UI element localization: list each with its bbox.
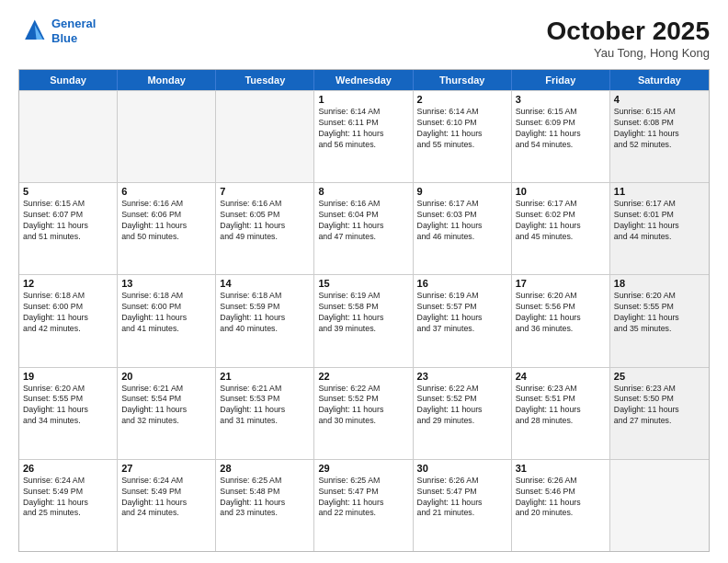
- header: General Blue October 2025 Yau Tong, Hong…: [18, 17, 710, 60]
- svg-marker-0: [25, 20, 44, 40]
- calendar-cell: 8Sunrise: 6:16 AM Sunset: 6:04 PM Daylig…: [314, 183, 413, 274]
- calendar-cell: 14Sunrise: 6:18 AM Sunset: 5:59 PM Dayli…: [216, 275, 314, 366]
- cell-text: Sunrise: 6:21 AM Sunset: 5:54 PM Dayligh…: [121, 384, 211, 428]
- cell-text: Sunrise: 6:20 AM Sunset: 5:56 PM Dayligh…: [516, 291, 606, 335]
- calendar-cell: 21Sunrise: 6:21 AM Sunset: 5:53 PM Dayli…: [216, 368, 314, 459]
- calendar-cell: 9Sunrise: 6:17 AM Sunset: 6:03 PM Daylig…: [414, 183, 512, 274]
- day-number: 30: [417, 463, 507, 474]
- calendar-cell: 13Sunrise: 6:18 AM Sunset: 6:00 PM Dayli…: [118, 275, 216, 366]
- day-number: 2: [417, 94, 507, 105]
- calendar-row: 26Sunrise: 6:24 AM Sunset: 5:49 PM Dayli…: [19, 459, 709, 551]
- calendar-cell: 16Sunrise: 6:19 AM Sunset: 5:57 PM Dayli…: [414, 275, 512, 366]
- calendar-cell: 25Sunrise: 6:23 AM Sunset: 5:50 PM Dayli…: [610, 368, 709, 459]
- day-number: 23: [417, 371, 507, 382]
- calendar-cell: [610, 460, 709, 551]
- location: Yau Tong, Hong Kong: [547, 46, 710, 60]
- logo-icon: [18, 17, 48, 46]
- day-number: 18: [614, 278, 705, 289]
- cell-text: Sunrise: 6:17 AM Sunset: 6:01 PM Dayligh…: [614, 199, 705, 243]
- calendar-cell: 22Sunrise: 6:22 AM Sunset: 5:52 PM Dayli…: [314, 368, 413, 459]
- day-number: 17: [516, 278, 606, 289]
- day-number: 31: [516, 463, 606, 474]
- calendar-cell: 10Sunrise: 6:17 AM Sunset: 6:02 PM Dayli…: [512, 183, 610, 274]
- calendar-cell: 12Sunrise: 6:18 AM Sunset: 6:00 PM Dayli…: [19, 275, 118, 366]
- cell-text: Sunrise: 6:14 AM Sunset: 6:11 PM Dayligh…: [318, 107, 408, 151]
- day-number: 29: [318, 463, 408, 474]
- weekday-header: Saturday: [610, 70, 709, 90]
- calendar-cell: 31Sunrise: 6:26 AM Sunset: 5:46 PM Dayli…: [512, 460, 610, 551]
- cell-text: Sunrise: 6:25 AM Sunset: 5:48 PM Dayligh…: [220, 476, 310, 520]
- calendar-cell: [19, 91, 118, 182]
- calendar-row: 1Sunrise: 6:14 AM Sunset: 6:11 PM Daylig…: [19, 90, 709, 182]
- calendar-cell: 20Sunrise: 6:21 AM Sunset: 5:54 PM Dayli…: [118, 368, 216, 459]
- calendar-cell: [118, 91, 216, 182]
- day-number: 22: [318, 371, 408, 382]
- logo-text: General Blue: [51, 17, 96, 45]
- cell-text: Sunrise: 6:18 AM Sunset: 6:00 PM Dayligh…: [121, 291, 211, 335]
- weekday-header: Sunday: [19, 70, 118, 90]
- calendar-cell: 6Sunrise: 6:16 AM Sunset: 6:06 PM Daylig…: [118, 183, 216, 274]
- cell-text: Sunrise: 6:26 AM Sunset: 5:47 PM Dayligh…: [417, 476, 507, 520]
- calendar-body: 1Sunrise: 6:14 AM Sunset: 6:11 PM Daylig…: [19, 90, 709, 551]
- cell-text: Sunrise: 6:26 AM Sunset: 5:46 PM Dayligh…: [516, 476, 606, 520]
- cell-text: Sunrise: 6:21 AM Sunset: 5:53 PM Dayligh…: [220, 384, 310, 428]
- cell-text: Sunrise: 6:18 AM Sunset: 6:00 PM Dayligh…: [23, 291, 113, 335]
- day-number: 16: [417, 278, 507, 289]
- cell-text: Sunrise: 6:22 AM Sunset: 5:52 PM Dayligh…: [318, 384, 408, 428]
- day-number: 28: [220, 463, 310, 474]
- calendar-row: 12Sunrise: 6:18 AM Sunset: 6:00 PM Dayli…: [19, 274, 709, 366]
- cell-text: Sunrise: 6:23 AM Sunset: 5:51 PM Dayligh…: [516, 384, 606, 428]
- calendar-cell: 7Sunrise: 6:16 AM Sunset: 6:05 PM Daylig…: [216, 183, 314, 274]
- cell-text: Sunrise: 6:14 AM Sunset: 6:10 PM Dayligh…: [417, 107, 507, 151]
- day-number: 1: [318, 94, 408, 105]
- calendar-cell: 23Sunrise: 6:22 AM Sunset: 5:52 PM Dayli…: [414, 368, 512, 459]
- calendar-cell: [216, 91, 314, 182]
- cell-text: Sunrise: 6:18 AM Sunset: 5:59 PM Dayligh…: [220, 291, 310, 335]
- day-number: 14: [220, 278, 310, 289]
- day-number: 25: [614, 371, 705, 382]
- cell-text: Sunrise: 6:24 AM Sunset: 5:49 PM Dayligh…: [121, 476, 211, 520]
- calendar-row: 5Sunrise: 6:15 AM Sunset: 6:07 PM Daylig…: [19, 182, 709, 274]
- day-number: 11: [614, 186, 705, 197]
- day-number: 27: [121, 463, 211, 474]
- cell-text: Sunrise: 6:15 AM Sunset: 6:07 PM Dayligh…: [23, 199, 113, 243]
- cell-text: Sunrise: 6:15 AM Sunset: 6:09 PM Dayligh…: [516, 107, 606, 151]
- weekday-header: Monday: [118, 70, 216, 90]
- day-number: 24: [516, 371, 606, 382]
- cell-text: Sunrise: 6:20 AM Sunset: 5:55 PM Dayligh…: [614, 291, 705, 335]
- day-number: 15: [318, 278, 408, 289]
- calendar-cell: 5Sunrise: 6:15 AM Sunset: 6:07 PM Daylig…: [19, 183, 118, 274]
- cell-text: Sunrise: 6:19 AM Sunset: 5:58 PM Dayligh…: [318, 291, 408, 335]
- weekday-header: Tuesday: [216, 70, 314, 90]
- weekday-header: Friday: [512, 70, 610, 90]
- logo: General Blue: [18, 17, 96, 46]
- calendar-row: 19Sunrise: 6:20 AM Sunset: 5:55 PM Dayli…: [19, 367, 709, 459]
- weekday-header: Thursday: [414, 70, 512, 90]
- day-number: 5: [23, 186, 113, 197]
- calendar-cell: 30Sunrise: 6:26 AM Sunset: 5:47 PM Dayli…: [414, 460, 512, 551]
- calendar-cell: 26Sunrise: 6:24 AM Sunset: 5:49 PM Dayli…: [19, 460, 118, 551]
- day-number: 13: [121, 278, 211, 289]
- cell-text: Sunrise: 6:19 AM Sunset: 5:57 PM Dayligh…: [417, 291, 507, 335]
- cell-text: Sunrise: 6:25 AM Sunset: 5:47 PM Dayligh…: [318, 476, 408, 520]
- calendar-cell: 1Sunrise: 6:14 AM Sunset: 6:11 PM Daylig…: [314, 91, 413, 182]
- day-number: 3: [516, 94, 606, 105]
- calendar-cell: 29Sunrise: 6:25 AM Sunset: 5:47 PM Dayli…: [314, 460, 413, 551]
- calendar-cell: 15Sunrise: 6:19 AM Sunset: 5:58 PM Dayli…: [314, 275, 413, 366]
- day-number: 12: [23, 278, 113, 289]
- calendar-cell: 3Sunrise: 6:15 AM Sunset: 6:09 PM Daylig…: [512, 91, 610, 182]
- day-number: 7: [220, 186, 310, 197]
- calendar-cell: 2Sunrise: 6:14 AM Sunset: 6:10 PM Daylig…: [414, 91, 512, 182]
- day-number: 4: [614, 94, 705, 105]
- month-title: October 2025: [547, 17, 710, 46]
- cell-text: Sunrise: 6:16 AM Sunset: 6:06 PM Dayligh…: [121, 199, 211, 243]
- day-number: 9: [417, 186, 507, 197]
- day-number: 10: [516, 186, 606, 197]
- day-number: 8: [318, 186, 408, 197]
- calendar-header: SundayMondayTuesdayWednesdayThursdayFrid…: [19, 70, 709, 90]
- day-number: 6: [121, 186, 211, 197]
- calendar-cell: 24Sunrise: 6:23 AM Sunset: 5:51 PM Dayli…: [512, 368, 610, 459]
- cell-text: Sunrise: 6:16 AM Sunset: 6:04 PM Dayligh…: [318, 199, 408, 243]
- calendar-cell: 18Sunrise: 6:20 AM Sunset: 5:55 PM Dayli…: [610, 275, 709, 366]
- cell-text: Sunrise: 6:15 AM Sunset: 6:08 PM Dayligh…: [614, 107, 705, 151]
